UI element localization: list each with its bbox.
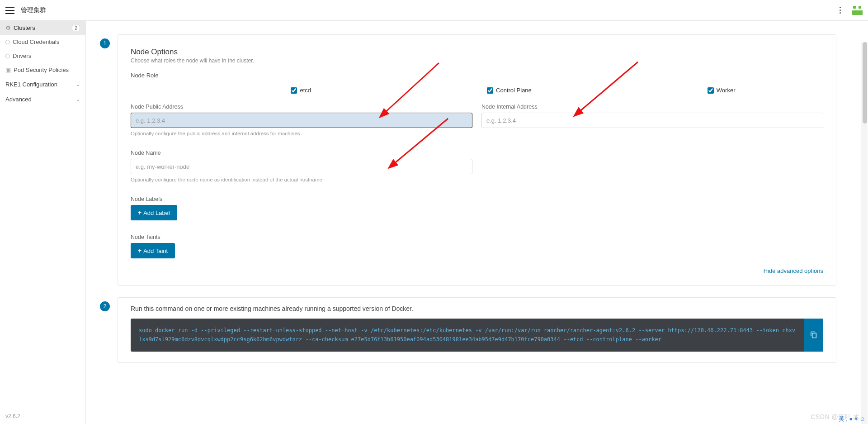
public-address-input[interactable] — [131, 113, 472, 128]
internal-address-label: Node Internal Address — [481, 104, 823, 110]
role-etcd[interactable]: etcd — [291, 87, 311, 94]
topbar: 管理集群 — [0, 0, 868, 21]
page-title: 管理集群 — [21, 6, 46, 14]
docker-command-card: 2 Run this command on one or more existi… — [118, 297, 836, 363]
step-number-badge: 1 — [100, 38, 110, 48]
scrollbar-thumb[interactable] — [863, 42, 867, 124]
folder-icon: ▣ — [5, 67, 11, 73]
step-number-badge: 2 — [100, 301, 110, 311]
sidebar-item-label: Clusters — [14, 24, 35, 31]
sidebar: ⚙Clusters 2 Cloud Credentials Drivers ▣P… — [0, 21, 86, 424]
public-address-hint: Optionally configure the public address … — [131, 131, 472, 136]
step2-instruction: Run this command on one or more existing… — [131, 305, 823, 312]
sidebar-item-psp[interactable]: ▣Pod Security Policies — [0, 63, 85, 77]
role-control-plane-checkbox[interactable] — [487, 87, 493, 94]
kebab-menu-icon[interactable] — [837, 4, 844, 16]
registration-command-text: sudo docker run -d --privileged --restar… — [139, 326, 815, 344]
role-control-plane[interactable]: Control Plane — [487, 87, 532, 94]
role-etcd-checkbox[interactable] — [291, 87, 297, 94]
clusters-count-badge: 2 — [72, 25, 80, 31]
node-taints-heading: Node Taints — [131, 234, 823, 240]
circle-icon — [5, 54, 10, 58]
internal-address-input[interactable] — [481, 113, 823, 128]
sidebar-item-label: Advanced — [5, 96, 32, 103]
plus-icon: + — [138, 209, 142, 216]
section-title: Node Options — [131, 48, 823, 57]
registration-command-box: sudo docker run -d --privileged --restar… — [131, 319, 823, 352]
add-label-button[interactable]: +Add Label — [131, 205, 177, 220]
circle-icon — [5, 40, 10, 44]
gear-icon: ⚙ — [5, 24, 11, 31]
sidebar-group-advanced[interactable]: Advanced⌄ — [0, 92, 85, 107]
node-name-label: Node Name — [131, 150, 472, 156]
plus-icon: + — [138, 247, 142, 254]
public-address-label: Node Public Address — [131, 104, 472, 110]
menu-icon[interactable] — [5, 7, 14, 14]
hide-advanced-link[interactable]: Hide advanced options — [764, 267, 823, 274]
rancher-logo-icon — [852, 6, 863, 15]
copy-command-button[interactable] — [804, 319, 823, 352]
role-worker[interactable]: Worker — [708, 87, 736, 94]
sidebar-item-label: Pod Security Policies — [14, 67, 69, 73]
chevron-down-icon: ⌄ — [76, 96, 80, 102]
sidebar-group-rke1[interactable]: RKE1 Configuration⌄ — [0, 77, 85, 92]
main-content: 1 Node Options Choose what roles the nod… — [86, 21, 868, 424]
sidebar-item-drivers[interactable]: Drivers — [0, 49, 85, 63]
ime-text: 英 , ● ¥ ☺ — [839, 415, 865, 423]
node-name-input[interactable] — [131, 159, 472, 174]
add-taint-button[interactable]: +Add Taint — [131, 243, 175, 258]
ime-status-bar: 英 , ● ¥ ☺ — [839, 415, 865, 423]
version-label: v2.6.2 — [0, 409, 85, 424]
node-name-hint: Optionally configure the node name as id… — [131, 177, 472, 182]
sidebar-item-label: Cloud Credentials — [13, 38, 59, 45]
section-subtitle: Choose what roles the node will have in … — [131, 57, 823, 64]
chevron-down-icon: ⌄ — [76, 81, 80, 87]
node-role-row: etcd Control Plane Worker — [131, 84, 823, 104]
node-options-card: 1 Node Options Choose what roles the nod… — [118, 34, 836, 286]
node-role-label: Node Role — [131, 72, 823, 79]
sidebar-item-cloud-credentials[interactable]: Cloud Credentials — [0, 35, 85, 49]
sidebar-item-label: Drivers — [13, 52, 31, 59]
clipboard-icon — [810, 331, 817, 339]
node-labels-heading: Node Labels — [131, 196, 823, 202]
sidebar-item-clusters[interactable]: ⚙Clusters 2 — [0, 21, 85, 35]
sidebar-item-label: RKE1 Configuration — [5, 81, 57, 88]
role-worker-checkbox[interactable] — [708, 87, 714, 94]
